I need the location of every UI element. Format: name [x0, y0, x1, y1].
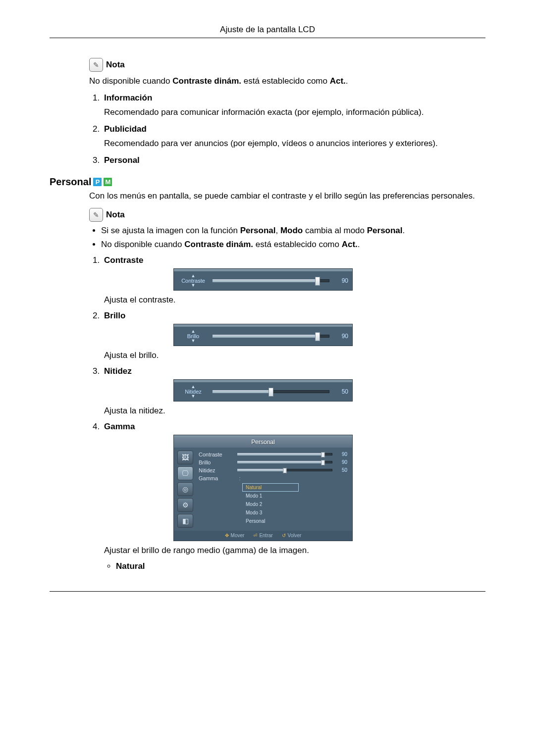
osd-footer-move: ✥Mover [225, 533, 245, 538]
osd-slider-panel: ▲ Contraste ▼ 90 [173, 268, 353, 291]
pencil-icon [89, 208, 103, 222]
osd-value: 90 [333, 333, 352, 340]
osd-sidebar: 🖼 🖵 ◎ ⚙ ◧ [174, 448, 197, 531]
badge-m-icon: M [104, 178, 112, 186]
setting-item: Contraste ▲ Contraste ▼ [102, 255, 485, 306]
page-header: Ajuste de la pantalla LCD [50, 25, 485, 38]
osd-slider-track[interactable] [213, 390, 329, 393]
t: Contraste dinám. [184, 240, 253, 249]
multi-tab-icon[interactable]: ◧ [177, 514, 193, 528]
osd-row-bar [237, 469, 332, 471]
osd-slider-track[interactable] [213, 279, 329, 282]
arrow-down-icon: ▼ [174, 284, 213, 287]
note-text-bold: Act. [330, 76, 346, 86]
osd-row[interactable]: Nitidez 50 [199, 466, 347, 474]
setting-item: Brillo ▲ Brillo ▼ [102, 311, 485, 361]
settings-list: Contraste ▲ Contraste ▼ [89, 255, 485, 571]
osd-row-val: 50 [336, 467, 347, 473]
bullet-item: Si se ajusta la imagen con la función Pe… [101, 226, 485, 236]
header-rule [50, 38, 485, 38]
osd-row-label: Brillo [199, 459, 233, 465]
setting-desc: Ajusta la nitidez. [104, 405, 485, 417]
osd-row[interactable]: Brillo 90 [199, 458, 347, 466]
list-item-title: Publicidad [104, 124, 147, 134]
note-text-part: No disponible cuando [89, 76, 172, 86]
screen-tab-icon[interactable]: 🖵 [177, 466, 193, 480]
t: cambia al modo [303, 226, 367, 235]
section-intro: Con los menús en pantalla, se puede camb… [89, 191, 485, 202]
note-text-part: está establecido como [241, 76, 330, 86]
osd-slider-panel: ▲ Nitidez ▼ 50 [173, 379, 353, 402]
osd-main: Contraste 90 Brillo 90 [197, 448, 352, 531]
osd-value: 50 [333, 388, 352, 395]
picture-tab-icon[interactable]: 🖼 [177, 451, 193, 464]
osd-option[interactable]: Modo 1 [242, 492, 299, 500]
t: Modo [280, 226, 303, 235]
gamma-sub-list: Natural [104, 561, 485, 571]
osd-label: ▲ Brillo ▼ [174, 330, 213, 343]
osd-row-bar [237, 453, 332, 455]
osd-options: Natural Modo 1 Modo 2 Modo 3 Personal [242, 483, 347, 525]
gamma-sub-item: Natural [116, 561, 485, 571]
osd-slider-track[interactable] [213, 335, 329, 338]
note-bullets: Si se ajusta la imagen con la función Pe… [89, 226, 485, 250]
osd-option[interactable]: Personal [242, 517, 299, 525]
t: Si se ajusta la imagen con la función [101, 226, 240, 235]
note-label: Nota [106, 210, 125, 220]
osd-label: ▲ Nitidez ▼ [174, 385, 213, 398]
note-block: Nota [89, 208, 485, 222]
setting-title: Brillo [104, 311, 125, 320]
f-label: Entrar [259, 533, 272, 538]
arrow-down-icon: ▼ [174, 339, 213, 343]
t: Personal [240, 226, 276, 235]
osd-menu-panel: Personal 🖼 🖵 ◎ ⚙ ◧ Contra [173, 435, 353, 541]
osd-option[interactable]: Natural [242, 483, 299, 492]
note-label: Nota [106, 60, 125, 70]
bullet-item: No disponible cuando Contraste dinám. es… [101, 240, 485, 250]
osd-row-label: Nitidez [199, 467, 233, 473]
osd-footer-return: ↺Volver [282, 533, 302, 538]
list-item-desc: Recomendado para comunicar información e… [104, 107, 485, 118]
osd-slider-thumb[interactable] [315, 332, 320, 341]
osd-option[interactable]: Modo 2 [242, 500, 299, 508]
osd-slider-panel: ▲ Brillo ▼ 90 [173, 324, 353, 346]
osd-dots: : [237, 475, 242, 481]
badge-p-icon: P [93, 178, 102, 186]
sound-tab-icon[interactable]: ◎ [177, 482, 193, 496]
osd-footer-enter: ⏎Entrar [253, 533, 272, 538]
osd-slider-thumb[interactable] [315, 277, 320, 286]
mode-list: Información Recomendado para comunicar i… [89, 93, 485, 165]
osd-row-label: Gamma [199, 475, 233, 481]
note-block: Nota [89, 58, 485, 72]
setting-item: Nitidez ▲ Nitidez ▼ [102, 366, 485, 417]
osd-slider-fill [213, 279, 318, 282]
t: , [275, 226, 280, 235]
note-text-part: . [346, 76, 348, 86]
t: . [358, 240, 360, 249]
osd-slider-fill [213, 335, 318, 338]
osd-option[interactable]: Modo 3 [242, 508, 299, 517]
arrow-up-icon: ▲ [174, 385, 213, 389]
list-item-desc: Recomendado para ver anuncios (por ejemp… [104, 138, 485, 150]
arrow-up-icon: ▲ [174, 330, 213, 333]
osd-row[interactable]: Gamma : [199, 474, 347, 482]
setting-item: Gamma Personal 🖼 🖵 ◎ ⚙ ◧ [102, 422, 485, 571]
osd-footer: ✥Mover ⏎Entrar ↺Volver [174, 531, 352, 541]
list-item: Publicidad Recomendado para ver anuncios… [102, 124, 485, 150]
setup-tab-icon[interactable]: ⚙ [177, 498, 193, 512]
osd-row-val: 90 [336, 459, 347, 465]
osd-row[interactable]: Contraste 90 [199, 451, 347, 458]
t: Act. [342, 240, 358, 249]
return-icon: ↺ [282, 533, 286, 538]
osd-value: 90 [333, 277, 352, 284]
list-item-title: Información [104, 93, 152, 102]
f-label: Mover [231, 533, 245, 538]
osd-label: ▲ Contraste ▼ [174, 274, 213, 287]
pencil-icon [89, 58, 103, 72]
osd-slider-thumb[interactable] [268, 388, 273, 397]
section-heading: Personal P M [50, 176, 485, 188]
setting-title: Contraste [104, 255, 143, 265]
list-item: Información Recomendado para comunicar i… [102, 93, 485, 118]
setting-desc: Ajustar el brillo de rango medio (gamma)… [104, 545, 485, 556]
t: No disponible cuando [101, 240, 184, 249]
